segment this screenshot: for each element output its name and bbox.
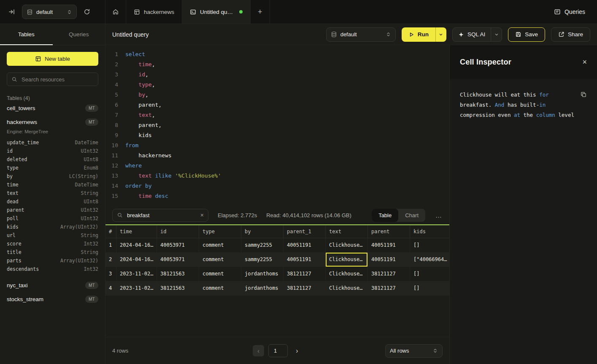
sidebar-table-hackernews[interactable]: hackernews MT (7, 115, 98, 129)
topbar-database-selector[interactable]: default (22, 5, 77, 19)
table-cell[interactable]: 4 (105, 281, 116, 295)
run-button[interactable]: Run (402, 27, 435, 42)
table-cell[interactable]: 3 (105, 267, 116, 281)
editor-line[interactable]: 8 parent, (105, 120, 449, 130)
column-header-time[interactable]: time (116, 225, 157, 238)
table-cell[interactable]: jordanthoms (241, 267, 284, 281)
column-row-type[interactable]: typeEnum8 (7, 164, 98, 172)
sidebar-collapse-button[interactable] (6, 6, 18, 18)
table-cell[interactable]: 40051191 (284, 253, 326, 267)
table-cell[interactable]: 38121563 (157, 267, 199, 281)
table-cell[interactable]: sammy2255 (241, 253, 284, 267)
column-row-descendants[interactable]: descendantsInt32 (7, 265, 98, 273)
column-row-dead[interactable]: deadUInt8 (7, 197, 98, 206)
column-header-type[interactable]: type (199, 225, 241, 238)
column-row-parent[interactable]: parentUInt32 (7, 206, 98, 214)
table-cell[interactable]: 38121127 (284, 267, 326, 281)
editor-line[interactable]: 11 hackernews (105, 151, 449, 161)
editor-line[interactable]: 13 text ilike '%ClickHouse%' (105, 171, 449, 181)
table-cell[interactable]: [] (410, 238, 449, 252)
save-button[interactable]: Save (508, 27, 545, 42)
table-cell[interactable]: 2 (105, 253, 116, 267)
column-row-by[interactable]: byLC(String) (7, 172, 98, 181)
column-row-parts[interactable]: partsArray(UInt32) (7, 256, 98, 265)
clear-search-button[interactable]: × (200, 212, 204, 218)
table-cell[interactable]: 2023-11-02… (116, 281, 157, 295)
view-chart-button[interactable]: Chart (398, 209, 425, 222)
page-input[interactable] (268, 344, 288, 357)
query-database-selector[interactable]: default (326, 27, 396, 42)
editor-line[interactable]: 3 id, (105, 70, 449, 80)
copy-button[interactable] (580, 91, 587, 98)
sidebar-search-input[interactable] (21, 76, 94, 83)
editor-line[interactable]: 4 type, (105, 80, 449, 90)
table-cell[interactable]: ["40066964… (410, 253, 449, 267)
table-cell[interactable]: comment (199, 253, 241, 267)
table-cell[interactable]: 40051191 (368, 238, 410, 252)
editor-line[interactable]: 2 time, (105, 59, 449, 70)
tab-untitled-query[interactable]: Untitled qu… (182, 0, 251, 24)
table-cell[interactable]: 40051191 (284, 238, 326, 252)
queries-button[interactable]: Queries (551, 8, 588, 16)
table-cell[interactable]: 40053971 (157, 253, 199, 267)
editor-line[interactable]: 1select (105, 49, 449, 59)
sidebar-tab-queries[interactable]: Queries (53, 24, 105, 45)
share-button[interactable]: Share (551, 27, 590, 42)
page-size-selector[interactable]: All rows (385, 344, 443, 358)
table-cell[interactable]: Clickhouse… (326, 281, 368, 295)
table-cell[interactable]: 38121127 (368, 267, 410, 281)
editor-line[interactable]: 6 parent, (105, 100, 449, 110)
editor-line[interactable]: 5 by, (105, 90, 449, 100)
table-cell[interactable]: comment (199, 238, 241, 252)
column-row-url[interactable]: urlString (7, 231, 98, 240)
column-row-deleted[interactable]: deletedUInt8 (7, 155, 98, 164)
column-row-score[interactable]: scoreInt32 (7, 240, 98, 248)
column-row-update_time[interactable]: update_timeDateTime (7, 138, 98, 147)
editor-line[interactable]: 7 text, (105, 110, 449, 120)
table-cell[interactable]: comment (199, 281, 241, 295)
table-cell[interactable]: comment (199, 267, 241, 281)
view-table-button[interactable]: Table (372, 209, 398, 222)
table-cell[interactable]: [] (410, 281, 449, 295)
table-cell[interactable]: 1 (105, 238, 116, 252)
column-header-by[interactable]: by (241, 225, 284, 238)
table-cell[interactable]: Clickhouse… (326, 267, 368, 281)
table-cell[interactable]: [] (410, 267, 449, 281)
column-header-parent[interactable]: parent (368, 225, 410, 238)
refresh-button[interactable] (81, 6, 93, 18)
editor-line[interactable]: 12where (105, 161, 449, 171)
column-row-poll[interactable]: pollUInt32 (7, 214, 98, 223)
table-cell[interactable]: 2024-04-16… (116, 238, 157, 252)
next-page-button[interactable]: › (292, 347, 302, 355)
table-cell[interactable]: 40051191 (368, 253, 410, 267)
table-cell[interactable]: jordanthoms (241, 281, 284, 295)
more-options-button[interactable]: … (435, 212, 443, 219)
editor-line[interactable]: 14order by (105, 181, 449, 191)
table-cell[interactable]: 38121127 (368, 281, 410, 295)
column-row-title[interactable]: titleString (7, 248, 98, 256)
column-header-#[interactable]: # (105, 225, 116, 238)
new-table-button[interactable]: New table (7, 52, 98, 66)
table-cell[interactable]: 40053971 (157, 238, 199, 252)
results-search-input[interactable] (126, 212, 197, 219)
column-row-time[interactable]: timeDateTime (7, 181, 98, 189)
table-cell[interactable]: 38121563 (157, 281, 199, 295)
editor-line[interactable]: 10from (105, 140, 449, 151)
sidebar-table-cell-towers[interactable]: cell_towers MT (7, 101, 98, 115)
sidebar-tab-tables[interactable]: Tables (0, 24, 53, 45)
table-cell[interactable]: sammy2255 (241, 238, 284, 252)
sql-ai-options-button[interactable] (491, 28, 502, 41)
table-cell[interactable]: Clickhouse… (326, 253, 368, 267)
new-tab-button[interactable]: + (251, 0, 270, 24)
column-row-id[interactable]: idUInt32 (7, 147, 98, 155)
sql-editor[interactable]: 1select2 time,3 id,4 type,5 by,6 parent,… (105, 45, 449, 206)
sidebar-table-stocks-stream[interactable]: stocks_stream MT (7, 292, 98, 306)
run-options-button[interactable] (435, 27, 446, 42)
close-inspector-button[interactable]: × (582, 58, 587, 66)
prev-page-button[interactable]: ‹ (253, 345, 264, 356)
table-cell[interactable]: 2023-11-02… (116, 267, 157, 281)
editor-line[interactable]: 15 time desc (105, 191, 449, 201)
column-header-text[interactable]: text (326, 225, 368, 238)
table-cell[interactable]: 2024-04-16… (116, 253, 157, 267)
column-header-id[interactable]: id (157, 225, 199, 238)
